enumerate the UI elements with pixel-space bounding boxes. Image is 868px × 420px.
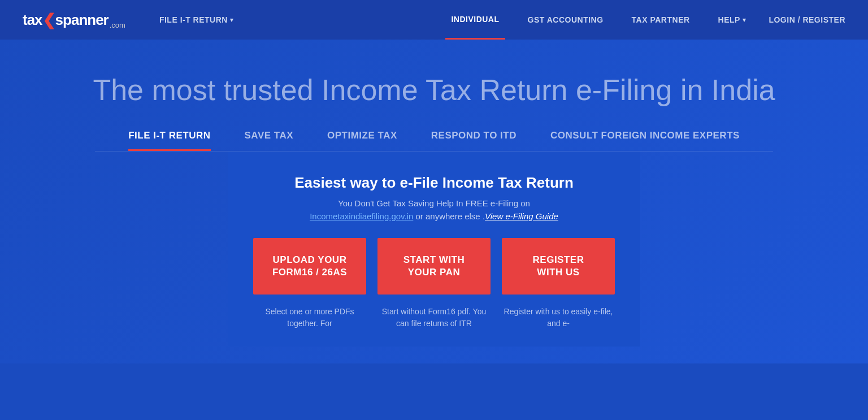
tab-respond-to-itd[interactable]: RESPOND TO ITD — [431, 130, 517, 151]
or-text: or anywhere else . — [413, 211, 485, 221]
content-title: Easiest way to e-File Income Tax Return — [250, 174, 618, 192]
start-with-pan-button[interactable]: START WITH YOUR PAN — [377, 238, 491, 295]
tab-file-it-return[interactable]: FILE I-T RETURN — [128, 130, 210, 151]
start-with-pan-desc: Start without Form16 pdf. You can file r… — [377, 306, 491, 330]
tab-optimize-tax[interactable]: OPTIMIZE TAX — [327, 130, 397, 151]
logo[interactable]: tax ❮ spanner .com — [23, 11, 125, 29]
service-tabs: FILE I-T RETURN SAVE TAX OPTIMIZE TAX RE… — [95, 130, 773, 151]
upload-form16-button[interactable]: UPLOAD YOUR FORM16 / 26AS — [253, 238, 366, 295]
tab-consult-foreign-income[interactable]: CONSULT FOREIGN INCOME EXPERTS — [550, 130, 740, 151]
efiling-guide-link[interactable]: View e-Filing Guide — [485, 211, 558, 221]
nav-file-it-return[interactable]: FILE I-T RETURN ▾ — [154, 0, 240, 40]
upload-form16-desc: Select one or more PDFs together. For — [253, 306, 366, 330]
logo-dot: .com — [110, 21, 125, 29]
chevron-down-icon: ▾ — [230, 16, 234, 24]
hero-section: The most trusted Income Tax Return e-Fil… — [0, 40, 868, 363]
content-subtitle: You Don't Get Tax Saving Help In FREE e-… — [250, 198, 618, 208]
logo-text-before: tax — [23, 11, 42, 29]
logo-bracket-icon: ❮ — [42, 11, 55, 29]
nav-gst-accounting[interactable]: GST ACCOUNTING — [522, 0, 609, 40]
tab-save-tax[interactable]: SAVE TAX — [245, 130, 294, 151]
navbar: tax ❮ spanner .com FILE I-T RETURN ▾ IND… — [0, 0, 868, 40]
chevron-down-icon-help: ▾ — [743, 16, 747, 24]
incometax-link[interactable]: Incometaxindiaefiling.gov.in — [310, 211, 413, 221]
nav-individual[interactable]: INDIVIDUAL — [445, 0, 505, 40]
nav-help[interactable]: HELP ▾ — [713, 0, 752, 40]
register-with-us-desc: Register with us to easily e-file, and e… — [502, 306, 615, 330]
action-buttons-group: UPLOAD YOUR FORM16 / 26AS START WITH YOU… — [250, 238, 618, 295]
hero-title: The most trusted Income Tax Return e-Fil… — [23, 73, 845, 107]
nav-tax-partner[interactable]: TAX PARTNER — [626, 0, 696, 40]
register-with-us-button[interactable]: REGISTER WITH US — [502, 238, 615, 295]
content-area: Easiest way to e-File Income Tax Return … — [228, 151, 640, 347]
logo-text-after: spanner — [55, 11, 108, 29]
content-link-area: Incometaxindiaefiling.gov.in or anywhere… — [250, 211, 618, 221]
action-descriptions-group: Select one or more PDFs together. For St… — [250, 306, 618, 330]
nav-login-register[interactable]: LOGIN / REGISTER — [769, 15, 845, 24]
